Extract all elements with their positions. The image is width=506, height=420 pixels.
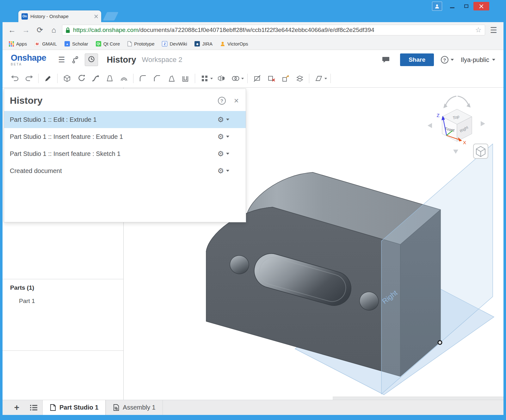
revolve-button[interactable] xyxy=(74,72,88,85)
history-entry[interactable]: Part Studio 1 :: Insert feature : Extrud… xyxy=(4,128,246,145)
rotate-left-arc[interactable] xyxy=(446,96,456,105)
tab-close-icon[interactable] xyxy=(94,15,98,18)
replace-face-button[interactable] xyxy=(293,72,307,85)
rotate-right-arc[interactable] xyxy=(458,96,468,105)
chrome-menu-button[interactable]: ☰ xyxy=(488,26,500,35)
fillet-button[interactable] xyxy=(136,72,150,85)
home-button[interactable]: ⌂ xyxy=(48,26,59,34)
bookmark-devwiki[interactable]: Z DevWiki xyxy=(158,38,191,50)
browser-window: ← → ⟳ ⌂ https://cad.onshape.com/document… xyxy=(3,22,503,415)
split-icon xyxy=(253,74,261,83)
caret-down-icon[interactable] xyxy=(324,78,327,79)
history-button[interactable] xyxy=(85,53,98,66)
plane-button[interactable] xyxy=(312,72,326,85)
boolean-button[interactable] xyxy=(228,72,243,85)
history-entry[interactable]: Part Studio 1 :: Edit : Extrude 1 ⚙ xyxy=(4,111,246,128)
onshape-favicon: On xyxy=(22,13,28,20)
undo-button[interactable] xyxy=(8,72,22,85)
move-face-button[interactable] xyxy=(278,72,293,85)
bookmark-apps[interactable]: Apps xyxy=(5,38,31,50)
bookmarks-bar: Apps M GMAIL ▲ Scholar Qt Qt Core Protot… xyxy=(3,38,503,50)
history-popup-title: History xyxy=(10,95,218,106)
tab-part-studio-1[interactable]: Part Studio 1 xyxy=(42,400,106,415)
jira-icon: ◆ xyxy=(194,41,200,46)
page-icon xyxy=(127,41,132,46)
tab-assembly-1[interactable]: Assembly 1 xyxy=(106,400,163,415)
draft-button[interactable] xyxy=(164,72,178,85)
linear-pattern-icon xyxy=(201,74,209,83)
caret-down-icon xyxy=(226,136,229,138)
thicken-button[interactable] xyxy=(117,72,131,85)
padlock-icon xyxy=(65,27,70,33)
split-button[interactable] xyxy=(250,72,264,85)
history-popup-header: History ? × xyxy=(4,89,246,111)
browser-tab[interactable]: On History - Onshape xyxy=(18,10,101,22)
onshape-logo[interactable]: Onshape BETA xyxy=(11,54,46,66)
caret-down-icon xyxy=(226,153,229,155)
horizontal-scrollbar[interactable] xyxy=(333,397,503,400)
bookmark-label: JIRA xyxy=(202,41,213,46)
history-entry-menu[interactable]: ⚙ xyxy=(217,116,229,123)
sketch-button[interactable] xyxy=(41,72,55,85)
loft-button[interactable] xyxy=(102,72,117,85)
delete-face-button[interactable] xyxy=(264,72,278,85)
caret-down-icon[interactable] xyxy=(210,78,213,79)
vertex-marker[interactable] xyxy=(438,341,442,344)
maximize-button[interactable] xyxy=(459,2,473,10)
bookmark-victorops[interactable]: VictorOps xyxy=(216,38,252,50)
viewcube-down-arrow[interactable] xyxy=(453,150,458,154)
back-button[interactable]: ← xyxy=(6,26,18,34)
tab-label: Part Studio 1 xyxy=(59,404,98,411)
versions-branch-button[interactable] xyxy=(71,56,79,64)
help-menu-button[interactable]: ? xyxy=(441,56,454,64)
viewcube-left-arrow[interactable] xyxy=(428,123,432,128)
bookmark-qt-core[interactable]: Qt Qt Core xyxy=(92,38,124,50)
move-face-icon xyxy=(281,74,290,83)
extrude-button[interactable] xyxy=(60,72,74,85)
forward-button[interactable]: → xyxy=(20,26,32,34)
add-tab-button[interactable]: + xyxy=(8,400,25,415)
chamfer-button[interactable] xyxy=(150,72,164,85)
qt-icon: Qt xyxy=(96,41,101,46)
url-bar[interactable]: https://cad.onshape.com/documents/a72208… xyxy=(62,25,485,35)
tab-list-button[interactable] xyxy=(25,400,42,415)
reload-button[interactable]: ⟳ xyxy=(34,26,46,34)
history-entry-menu[interactable]: ⚙ xyxy=(217,150,229,158)
comments-button[interactable] xyxy=(382,56,390,64)
bookmark-scholar[interactable]: ▲ Scholar xyxy=(61,38,92,50)
history-entry[interactable]: Part Studio 1 :: Insert feature : Sketch… xyxy=(4,145,246,162)
profile-button[interactable] xyxy=(432,2,442,11)
pencil-icon xyxy=(44,74,52,83)
url-path: /documents/a722088c1f0e40718ebff28f/w/cc… xyxy=(139,27,374,33)
bookmark-star-icon[interactable]: ☆ xyxy=(475,26,482,34)
history-entry-menu[interactable]: ⚙ xyxy=(217,167,229,175)
shell-button[interactable] xyxy=(178,72,193,85)
user-menu-button[interactable]: Ilya-public xyxy=(461,56,495,64)
share-button[interactable]: Share xyxy=(400,53,434,66)
tab-label: Assembly 1 xyxy=(123,404,155,411)
bookmark-prototype[interactable]: Prototype xyxy=(124,38,158,50)
bookmark-jira[interactable]: ◆ JIRA xyxy=(191,38,216,50)
history-help-icon[interactable]: ? xyxy=(218,97,226,105)
mirror-button[interactable] xyxy=(214,72,228,85)
parts-header: Parts (1) xyxy=(10,284,123,291)
caret-down-icon xyxy=(226,119,229,120)
history-entry-menu[interactable]: ⚙ xyxy=(217,133,229,140)
loft-icon xyxy=(106,74,114,83)
part-list-item[interactable]: Part 1 xyxy=(10,298,123,305)
isometric-view-button[interactable] xyxy=(473,144,488,158)
history-entry[interactable]: Created document ⚙ xyxy=(4,162,246,179)
linear-pattern-button[interactable] xyxy=(197,72,212,85)
new-tab-button[interactable] xyxy=(103,12,118,21)
sweep-button[interactable] xyxy=(88,72,102,85)
close-button[interactable] xyxy=(473,2,489,10)
history-close-icon[interactable]: × xyxy=(234,96,239,105)
window-titlebar: On History - Onshape xyxy=(0,0,506,22)
redo-button[interactable] xyxy=(22,72,36,85)
caret-down-icon[interactable] xyxy=(241,78,244,79)
document-menu-button[interactable]: ☰ xyxy=(58,55,65,64)
sweep-icon xyxy=(91,74,100,83)
viewcube-right-arrow[interactable] xyxy=(481,121,485,126)
minimize-button[interactable] xyxy=(445,2,459,10)
bookmark-gmail[interactable]: M GMAIL xyxy=(31,38,61,50)
